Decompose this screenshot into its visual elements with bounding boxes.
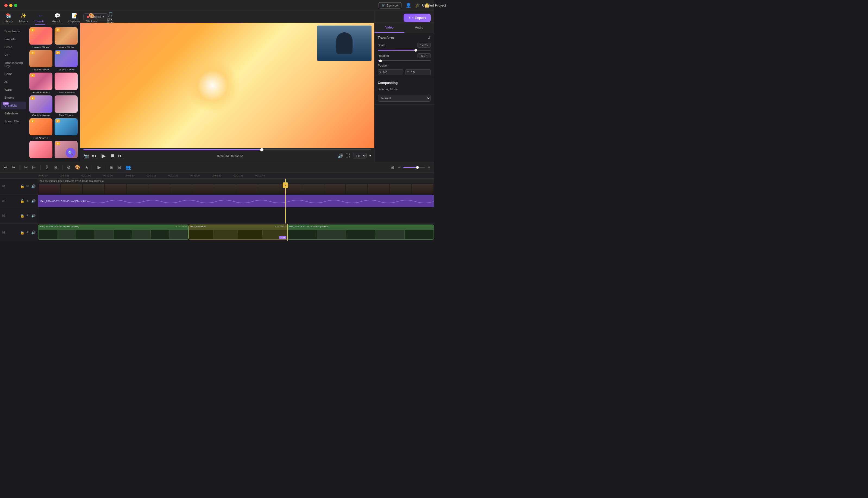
lock-icon[interactable]: 🔒 bbox=[20, 184, 25, 188]
redo-button[interactable]: ↪ bbox=[11, 164, 16, 170]
track-container: 04 🔒 👁 🔊 Blur background | Rec_2024-08-0… bbox=[0, 179, 434, 249]
pip-person bbox=[317, 26, 371, 61]
crop-button[interactable]: ⊞ bbox=[109, 164, 114, 170]
transition-item[interactable]: ♛ Cupid's Arrow bbox=[29, 95, 52, 116]
video-clip-img-mov[interactable]: IMG_5698.MOV 00:00:21:05 Trial bbox=[189, 224, 288, 240]
tab-library[interactable]: 📚 Library bbox=[1, 11, 16, 25]
eye-icon[interactable]: 👁 bbox=[26, 231, 30, 235]
audio-icon[interactable]: 🔊 bbox=[31, 199, 36, 203]
zoom-out-button[interactable]: − bbox=[397, 165, 402, 170]
sidebar-item-thanksgiving[interactable]: Thanksgiving Day bbox=[1, 59, 26, 70]
split-button[interactable]: ⊢ bbox=[31, 164, 37, 170]
lock-icon[interactable]: 🔒 bbox=[20, 214, 25, 218]
eye-icon[interactable]: 👁 bbox=[26, 214, 30, 218]
tab-annotations[interactable]: 💬 Annot... bbox=[50, 11, 65, 25]
zoom-in-button[interactable]: + bbox=[427, 165, 431, 170]
fit-chevron-icon: ▾ bbox=[369, 154, 371, 158]
lock-icon[interactable]: 🔒 bbox=[20, 199, 25, 203]
video-clip-screen-3[interactable]: Rec_2024-08-07 15-13-40.dcrc (Screen) bbox=[288, 224, 434, 240]
transition-item[interactable]: ♛ Heart Bubbles bbox=[29, 73, 52, 93]
sidebar-item-speed-blur[interactable]: Speed Blur bbox=[1, 117, 26, 125]
annotations-icon: 💬 bbox=[54, 13, 60, 19]
tab-video[interactable]: Video bbox=[375, 23, 404, 32]
audio-icon[interactable]: 🔊 bbox=[31, 184, 36, 188]
scale-row: Scale 120% bbox=[378, 43, 431, 48]
help-icon[interactable]: 🎓 bbox=[415, 3, 420, 8]
voiceover-button[interactable]: 🎙 bbox=[44, 165, 50, 170]
sidebar-item-3d[interactable]: 3D bbox=[1, 78, 26, 86]
sidebar-item-color[interactable]: Color bbox=[1, 70, 26, 78]
close-button[interactable] bbox=[4, 4, 8, 7]
transition-item[interactable]: ♛ Full Screen Bubbles bbox=[29, 118, 52, 139]
fit-timeline-button[interactable]: ⊞ bbox=[390, 164, 395, 170]
transition-item[interactable]: ♛ Lovely Slides Pac... bbox=[29, 50, 52, 71]
position-y-input[interactable] bbox=[406, 69, 431, 75]
transition-item[interactable]: ♛ 🔍 bbox=[55, 141, 78, 160]
blending-mode-select[interactable]: Normal bbox=[378, 95, 431, 102]
fullscreen-button[interactable]: ⛶ bbox=[346, 153, 350, 158]
cut-button[interactable]: ✂ bbox=[23, 164, 29, 170]
transition-item[interactable]: Heart Ripples bbox=[55, 73, 78, 93]
transition-item[interactable]: Pink Clouds bbox=[55, 95, 78, 116]
sidebar-item-smoke[interactable]: Smoke bbox=[1, 94, 26, 101]
sidebar-item-favorite[interactable]: Favorite bbox=[1, 35, 26, 43]
scale-value[interactable]: 120% bbox=[417, 43, 431, 48]
export-button[interactable]: ↑ ↑ Export bbox=[404, 14, 431, 22]
transition-item[interactable]: ♛ Lovely Slides Pac... bbox=[29, 27, 52, 48]
transform-button[interactable]: ⊟ bbox=[117, 164, 122, 170]
rotation-slider[interactable] bbox=[378, 60, 431, 61]
skip-forward-button[interactable]: ⏭ bbox=[118, 153, 122, 158]
filter-button[interactable]: 🎨 bbox=[74, 164, 81, 170]
transition-item[interactable] bbox=[29, 141, 52, 160]
buy-now-button[interactable]: 🛒 Buy Now bbox=[379, 2, 402, 9]
video-clip-screen-1[interactable]: Rec_2024-08-07 15-13-40.dcrc (Screen) 00… bbox=[38, 224, 189, 240]
tab-audio[interactable]: Audio bbox=[404, 23, 434, 32]
audio-icon[interactable]: 🔊 bbox=[31, 214, 36, 218]
sidebar-item-vip[interactable]: VIP bbox=[1, 51, 26, 59]
camera-button[interactable]: 📷 bbox=[83, 153, 89, 158]
play-button[interactable]: ▶ bbox=[100, 152, 107, 160]
record-screen-button[interactable]: 🖥 bbox=[52, 165, 59, 170]
collab-button[interactable]: 👥 bbox=[124, 164, 132, 170]
zoom-slider[interactable] bbox=[403, 167, 425, 168]
volume-button[interactable]: 🔊 bbox=[338, 153, 343, 158]
rotation-value[interactable]: 0.0° bbox=[417, 53, 431, 58]
undo-button[interactable]: ↩ bbox=[3, 164, 9, 170]
sidebar-item-creativity[interactable]: NEW Creativity bbox=[1, 102, 26, 109]
tab-effects[interactable]: ✨ Effects bbox=[16, 11, 31, 25]
settings-button[interactable]: ⚙ bbox=[66, 164, 72, 170]
transition-item[interactable]: ♛ Lovely Slides Pac... bbox=[55, 27, 78, 48]
sidebar-item-basic[interactable]: Basic bbox=[1, 43, 26, 51]
sidebar-item-sideshow[interactable]: Sideshow bbox=[1, 109, 26, 117]
sidebar-item-downloads[interactable]: Downloads bbox=[1, 27, 26, 35]
lock-icon[interactable]: 🔒 bbox=[20, 231, 25, 235]
tab-captions[interactable]: 📝 Captions bbox=[66, 11, 83, 25]
effects-button[interactable]: ★ bbox=[84, 164, 90, 170]
track-content-04: Blur background | Rec_2024-08-07 15-13-4… bbox=[38, 179, 434, 194]
tab-stickers[interactable]: 🎨 Stickers bbox=[83, 11, 99, 25]
stop-button[interactable]: ⏹ bbox=[110, 153, 115, 158]
progress-handle[interactable] bbox=[260, 148, 263, 152]
eye-icon[interactable]: 👁 bbox=[26, 199, 30, 203]
minimize-button[interactable] bbox=[9, 4, 13, 7]
position-x-input[interactable] bbox=[378, 69, 403, 75]
ruler-mark: 00:01:30 bbox=[212, 174, 233, 177]
track-icons: 🔒 👁 🔊 bbox=[20, 231, 36, 235]
play-timeline-button[interactable]: ▶ bbox=[96, 164, 102, 170]
scale-slider[interactable] bbox=[378, 50, 431, 51]
fit-select[interactable]: Fit bbox=[353, 153, 367, 158]
eye-icon[interactable]: 👁 bbox=[26, 184, 30, 188]
track-icons: 🔒 👁 🔊 bbox=[20, 199, 36, 203]
tab-transitions[interactable]: ↔ Transiti... bbox=[31, 11, 49, 25]
transition-item[interactable]: ♛ bbox=[55, 118, 78, 139]
transform-reset-button[interactable]: ↺ bbox=[428, 36, 431, 40]
account-icon[interactable]: 👤 bbox=[406, 3, 411, 8]
trial-badge: Trial bbox=[279, 236, 286, 239]
skip-back-button[interactable]: ⏮ bbox=[92, 153, 96, 158]
transition-item[interactable]: ♛ Lovely Slides Pac... bbox=[55, 50, 78, 71]
maximize-button[interactable] bbox=[14, 4, 17, 7]
search-button[interactable]: 🔍 bbox=[66, 148, 76, 158]
sidebar-item-warp[interactable]: Warp bbox=[1, 86, 26, 93]
audio-icon[interactable]: 🔊 bbox=[31, 231, 36, 235]
progress-bar[interactable] bbox=[83, 149, 371, 150]
